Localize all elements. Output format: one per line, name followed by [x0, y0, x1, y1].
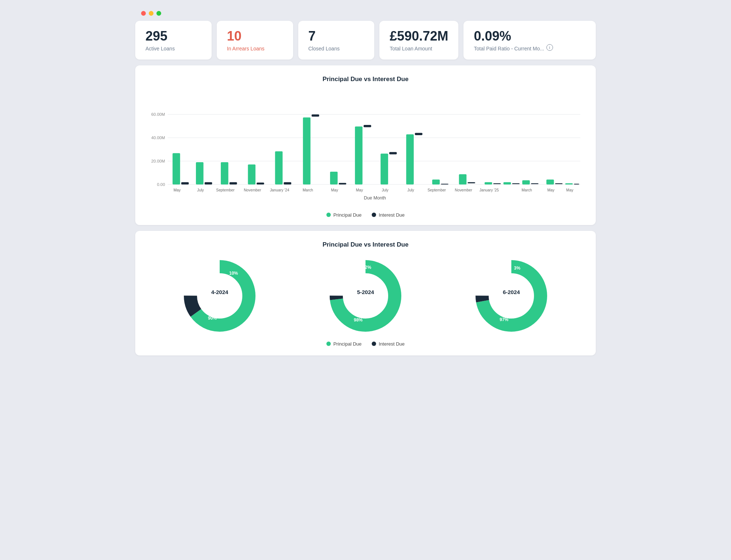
bar-chart-card: Principal Due vs Interest Due 0.00 20.00…	[135, 65, 596, 225]
legend-principal-label: Principal Due	[333, 212, 361, 218]
svg-rect-9	[196, 162, 204, 184]
svg-rect-36	[432, 179, 440, 184]
svg-text:July: July	[382, 188, 389, 192]
svg-rect-12	[221, 162, 228, 184]
svg-rect-50	[546, 179, 554, 184]
legend-dot-principal	[326, 213, 331, 217]
donut-principal-pct-5-2024: 98%	[354, 317, 363, 323]
donut-5-2024: 5-2024 98% 2%	[325, 256, 406, 336]
svg-text:0.00: 0.00	[157, 182, 165, 187]
paid-ratio-label: Total Paid Ratio - Current Mo...	[474, 46, 544, 52]
donuts-legend-principal: Principal Due	[326, 341, 361, 347]
legend-principal: Principal Due	[326, 212, 361, 218]
donut-svg-6-2024: 6-2024 97% 3%	[471, 256, 552, 336]
stat-active-loans: 295 Active Loans	[135, 21, 212, 60]
svg-rect-37	[441, 183, 448, 184]
svg-rect-18	[275, 151, 283, 184]
svg-rect-10	[205, 182, 212, 184]
svg-rect-53	[565, 183, 573, 184]
svg-rect-54	[574, 183, 579, 184]
donut-interest-pct-6-2024: 3%	[514, 266, 520, 271]
svg-text:January '25: January '25	[480, 188, 499, 192]
svg-text:May: May	[174, 188, 181, 192]
donut-principal-pct-4-2024: 90%	[208, 316, 217, 321]
donuts-card: Principal Due vs Interest Due 4-2024 90%…	[135, 231, 596, 355]
svg-text:March: March	[522, 188, 532, 192]
svg-text:40.00M: 40.00M	[151, 136, 165, 140]
active-loans-label: Active Loans	[145, 46, 175, 52]
svg-text:May: May	[331, 188, 338, 192]
legend-interest-label: Interest Due	[379, 212, 405, 218]
svg-text:September: September	[428, 188, 446, 192]
donuts-legend-interest-label: Interest Due	[379, 341, 405, 347]
svg-rect-24	[330, 171, 338, 184]
closed-loans-label: Closed Loans	[308, 46, 340, 52]
svg-rect-42	[485, 182, 492, 184]
svg-rect-34	[415, 133, 423, 135]
svg-text:September: September	[216, 188, 235, 192]
donut-4-2024: 4-2024 90% 10%	[179, 256, 260, 336]
svg-text:January '24: January '24	[270, 188, 289, 192]
svg-rect-28	[364, 125, 371, 127]
svg-rect-27	[355, 126, 363, 184]
donut-interest-pct-5-2024: 2%	[365, 265, 371, 270]
svg-rect-43	[493, 183, 501, 184]
svg-rect-13	[230, 182, 237, 184]
main-window: 295 Active Loans 10 In Arrears Loans 7 C…	[135, 7, 596, 355]
svg-text:November: November	[455, 188, 472, 192]
svg-rect-15	[248, 164, 255, 184]
donuts-legend: Principal Due Interest Due	[147, 341, 584, 347]
donut-center-label-5-2024: 5-2024	[357, 289, 374, 295]
total-amount-value: £590.72M	[390, 29, 448, 43]
svg-rect-16	[257, 182, 264, 184]
svg-rect-33	[406, 134, 414, 184]
bar-chart-legend: Principal Due Interest Due	[147, 212, 584, 218]
legend-dot-interest	[372, 213, 376, 217]
svg-text:November: November	[244, 188, 261, 192]
svg-point-65	[489, 274, 533, 318]
svg-text:March: March	[303, 188, 313, 192]
donuts-legend-principal-label: Principal Due	[333, 341, 361, 347]
svg-point-62	[344, 274, 387, 318]
donuts-legend-dot-principal	[326, 342, 331, 346]
bar-chart-area: 0.00 20.00M 40.00M 60.00M May July Septe…	[147, 90, 584, 207]
bar-chart-title: Principal Due vs Interest Due	[147, 76, 584, 83]
info-icon[interactable]: i	[546, 44, 553, 51]
donuts-title: Principal Due vs Interest Due	[147, 241, 584, 248]
total-amount-label: Total Loan Amount	[390, 46, 432, 52]
active-loans-value: 295	[145, 29, 167, 43]
svg-text:July: July	[408, 188, 414, 192]
svg-rect-48	[531, 183, 539, 184]
titlebar	[135, 7, 596, 21]
bar-chart-svg: 0.00 20.00M 40.00M 60.00M May July Septe…	[147, 90, 584, 207]
donut-center-label-6-2024: 6-2024	[503, 289, 520, 295]
svg-text:July: July	[197, 188, 204, 192]
close-dot[interactable]	[141, 11, 146, 16]
svg-rect-31	[389, 152, 397, 154]
svg-text:20.00M: 20.00M	[151, 159, 165, 163]
svg-rect-25	[339, 183, 346, 184]
svg-rect-51	[555, 183, 563, 184]
maximize-dot[interactable]	[156, 11, 161, 16]
svg-text:May: May	[566, 188, 573, 192]
bar-may-principal	[173, 153, 180, 184]
svg-text:May: May	[548, 188, 555, 192]
svg-text:May: May	[356, 188, 363, 192]
stat-arrears-loans: 10 In Arrears Loans	[217, 21, 293, 60]
donuts-legend-interest: Interest Due	[372, 341, 405, 347]
svg-rect-40	[467, 182, 475, 183]
donut-center-label-4-2024: 4-2024	[211, 289, 228, 295]
svg-text:60.00M: 60.00M	[151, 112, 165, 117]
svg-rect-47	[522, 180, 530, 184]
donut-svg-4-2024: 4-2024 90% 10%	[179, 256, 260, 336]
donut-6-2024: 6-2024 97% 3%	[471, 256, 552, 336]
stat-closed-loans: 7 Closed Loans	[298, 21, 375, 60]
donut-svg-5-2024: 5-2024 98% 2%	[325, 256, 406, 336]
stat-paid-ratio: 0.09% Total Paid Ratio - Current Mo... i	[463, 21, 596, 60]
bar-may-interest	[181, 182, 189, 184]
svg-point-59	[198, 274, 242, 318]
donuts-legend-dot-interest	[372, 342, 376, 346]
legend-interest: Interest Due	[372, 212, 405, 218]
arrears-loans-value: 10	[227, 29, 242, 43]
minimize-dot[interactable]	[149, 11, 154, 16]
